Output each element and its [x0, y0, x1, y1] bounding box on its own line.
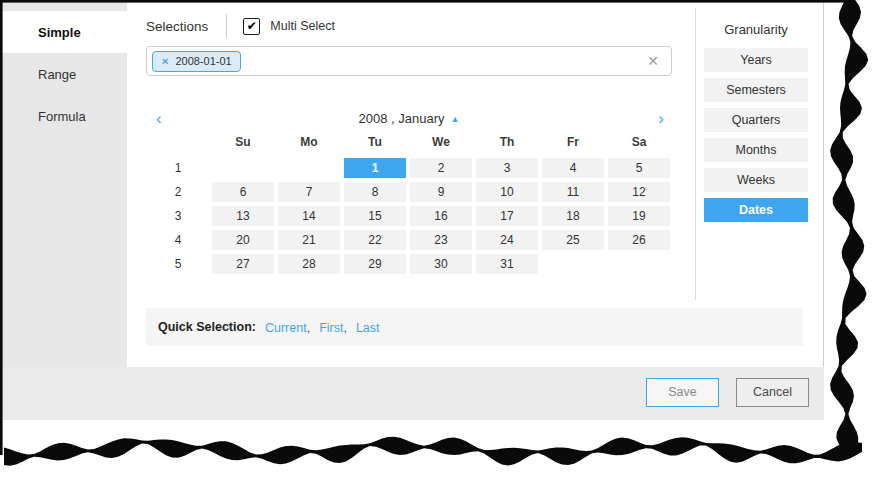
header-divider	[226, 14, 227, 38]
granularity-list: YearsSemestersQuartersMonthsWeeksDates	[704, 48, 808, 222]
calendar-day[interactable]: 22	[344, 230, 406, 250]
granularity-years-button[interactable]: Years	[704, 48, 808, 72]
calendar-day-selected[interactable]: 1	[344, 158, 406, 178]
calendar-day[interactable]: 31	[476, 254, 538, 274]
calendar-day[interactable]: 4	[542, 158, 604, 178]
selections-label: Selections	[146, 19, 208, 34]
panel-divider	[695, 8, 696, 300]
calendar-day[interactable]: 2	[410, 158, 472, 178]
calendar-day[interactable]: 11	[542, 182, 604, 202]
week-number: 4	[146, 230, 210, 250]
granularity-dates-button[interactable]: Dates	[704, 198, 808, 222]
calendar-day[interactable]: 10	[476, 182, 538, 202]
calendar-day[interactable]: 21	[278, 230, 340, 250]
day-header-mo: Mo	[276, 132, 342, 152]
week-column-spacer	[146, 132, 210, 152]
calendar-grid: 1123452678910111231314151617181942021222…	[146, 156, 674, 276]
calendar-nav: ‹ 2008 , January▲ ›	[146, 106, 672, 132]
quick-link-last[interactable]: Last	[356, 321, 380, 335]
multi-select-checkbox[interactable]: ✔	[243, 18, 260, 35]
calendar-day[interactable]: 3	[476, 158, 538, 178]
selected-value-chip[interactable]: ✕ 2008-01-01	[152, 51, 241, 72]
week-number: 5	[146, 254, 210, 274]
day-headers-row: SuMoTuWeThFrSa	[146, 132, 674, 152]
calendar-day[interactable]: 6	[212, 182, 274, 202]
torn-edge-right	[830, 0, 868, 456]
granularity-title: Granularity	[704, 18, 808, 42]
calendar-day[interactable]: 18	[542, 206, 604, 226]
calendar-day[interactable]: 30	[410, 254, 472, 274]
calendar-day[interactable]: 27	[212, 254, 274, 274]
day-header-tu: Tu	[342, 132, 408, 152]
date-picker-dialog: Simple Range Formula Selections ✔ Multi …	[2, 2, 824, 420]
quick-link-first[interactable]: First	[319, 321, 343, 335]
calendar-day[interactable]: 7	[278, 182, 340, 202]
calendar-day-empty	[278, 158, 340, 178]
dialog-footer: Save Cancel	[2, 367, 824, 420]
day-header-fr: Fr	[540, 132, 606, 152]
day-header-we: We	[408, 132, 474, 152]
next-month-icon[interactable]: ›	[658, 106, 664, 132]
calendar-day[interactable]: 15	[344, 206, 406, 226]
sidebar: Simple Range Formula	[2, 2, 127, 367]
day-header-th: Th	[474, 132, 540, 152]
week-number: 3	[146, 206, 210, 226]
calendar-day[interactable]: 16	[410, 206, 472, 226]
quick-links: Current,First,Last	[256, 318, 380, 336]
day-header-sa: Sa	[606, 132, 672, 152]
granularity-months-button[interactable]: Months	[704, 138, 808, 162]
quick-selection-label: Quick Selection:	[158, 320, 256, 334]
calendar-day[interactable]: 19	[608, 206, 670, 226]
selections-input[interactable]: ✕ 2008-01-01 ✕	[146, 46, 672, 76]
quick-link-separator: ,	[343, 321, 346, 335]
quick-link-current[interactable]: Current	[265, 321, 307, 335]
granularity-quarters-button[interactable]: Quarters	[704, 108, 808, 132]
calendar-day[interactable]: 26	[608, 230, 670, 250]
calendar-day[interactable]: 29	[344, 254, 406, 274]
calendar-day[interactable]: 12	[608, 182, 670, 202]
multi-select-label: Multi Select	[270, 19, 335, 33]
week-number: 2	[146, 182, 210, 202]
calendar-title-text: 2008 , January	[359, 111, 445, 126]
granularity-panel: Granularity YearsSemestersQuartersMonths…	[704, 2, 808, 228]
calendar-title[interactable]: 2008 , January▲	[146, 106, 672, 132]
calendar-day-empty	[542, 254, 604, 274]
calendar-day[interactable]: 5	[608, 158, 670, 178]
calendar-day[interactable]: 17	[476, 206, 538, 226]
calendar-day[interactable]: 14	[278, 206, 340, 226]
granularity-semesters-button[interactable]: Semesters	[704, 78, 808, 102]
chip-remove-icon[interactable]: ✕	[161, 56, 169, 67]
granularity-weeks-button[interactable]: Weeks	[704, 168, 808, 192]
tab-formula[interactable]: Formula	[2, 95, 127, 137]
quick-selection-bar: Quick Selection: Current,First,Last	[146, 308, 803, 346]
checkmark-icon: ✔	[247, 20, 257, 32]
calendar-day-empty	[212, 158, 274, 178]
calendar-day[interactable]: 9	[410, 182, 472, 202]
calendar-day[interactable]: 20	[212, 230, 274, 250]
clear-selections-icon[interactable]: ✕	[647, 53, 659, 69]
quick-link-separator: ,	[307, 321, 310, 335]
calendar-day[interactable]: 24	[476, 230, 538, 250]
save-button[interactable]: Save	[646, 378, 719, 407]
day-header-su: Su	[210, 132, 276, 152]
torn-edge-bottom	[4, 437, 862, 466]
calendar-day[interactable]: 23	[410, 230, 472, 250]
calendar-day[interactable]: 28	[278, 254, 340, 274]
tab-simple[interactable]: Simple	[2, 11, 127, 53]
week-number: 1	[146, 158, 210, 178]
calendar-day[interactable]: 8	[344, 182, 406, 202]
collapse-calendar-icon[interactable]: ▲	[451, 114, 460, 124]
calendar-day-empty	[608, 254, 670, 274]
tab-range[interactable]: Range	[2, 53, 127, 95]
screenshot-canvas: Simple Range Formula Selections ✔ Multi …	[0, 0, 877, 481]
chip-label: 2008-01-01	[175, 55, 231, 67]
calendar-day[interactable]: 13	[212, 206, 274, 226]
header-row: Selections ✔ Multi Select	[146, 10, 335, 42]
calendar-day[interactable]: 25	[542, 230, 604, 250]
cancel-button[interactable]: Cancel	[736, 378, 809, 407]
